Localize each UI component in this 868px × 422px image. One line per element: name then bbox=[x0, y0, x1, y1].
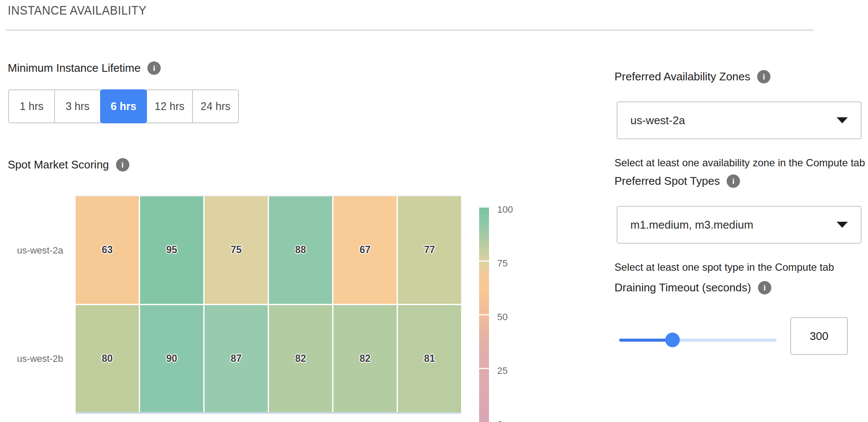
heatmap-cell: 75 bbox=[205, 196, 268, 304]
heatmap-row-label: us-west-2a bbox=[0, 245, 63, 256]
minimum-instance-lifetime-label-text: Minimum Instance Lifetime bbox=[8, 61, 141, 75]
heatmap-cell: 63 bbox=[76, 196, 139, 304]
heatmap-bottom-border bbox=[76, 412, 461, 414]
info-icon[interactable]: i bbox=[757, 70, 770, 83]
chevron-down-icon bbox=[837, 222, 848, 228]
lifetime-option-button[interactable]: 1 hrs bbox=[8, 89, 55, 123]
heatmap-cell: 82 bbox=[269, 305, 332, 413]
info-icon[interactable]: i bbox=[727, 174, 740, 188]
draining-timeout-label-text: Draining Timeout (seconds) bbox=[614, 281, 751, 294]
spot-market-scoring-label: Spot Market Scoring i bbox=[8, 158, 129, 171]
lifetime-option-button[interactable]: 3 hrs bbox=[54, 89, 101, 123]
info-icon[interactable]: i bbox=[116, 158, 129, 171]
heatmap-cell: 95 bbox=[140, 196, 203, 304]
colorbar-tick-label: 0 bbox=[497, 419, 502, 422]
heatmap-cell: 90 bbox=[140, 305, 203, 413]
preferred-availability-zones-label-text: Preferred Availability Zones bbox=[614, 70, 750, 83]
minimum-instance-lifetime-label: Minimum Instance Lifetime i bbox=[8, 61, 161, 75]
heatmap-cell: 87 bbox=[205, 305, 268, 413]
draining-timeout-slider[interactable] bbox=[619, 331, 776, 349]
heatmap: 639575886777809087828281 bbox=[76, 196, 461, 412]
heatmap-cell: 82 bbox=[333, 305, 397, 413]
lifetime-option-button[interactable]: 6 hrs bbox=[100, 89, 147, 123]
preferred-availability-zones-label: Preferred Availability Zones i bbox=[614, 70, 770, 83]
spot-types-dropdown-value: m1.medium, m3.medium bbox=[630, 218, 837, 232]
colorbar bbox=[479, 208, 489, 422]
availability-zones-dropdown-value: us-west-2a bbox=[630, 114, 837, 127]
colorbar-tick-label: 100 bbox=[497, 205, 513, 214]
lifetime-option-button[interactable]: 12 hrs bbox=[146, 89, 193, 123]
slider-fill bbox=[619, 339, 672, 342]
spot-market-scoring-label-text: Spot Market Scoring bbox=[8, 158, 109, 171]
preferred-spot-types-label-text: Preferred Spot Types bbox=[614, 174, 720, 188]
info-icon[interactable]: i bbox=[147, 61, 161, 75]
colorbar-tick bbox=[479, 368, 489, 369]
heatmap-cell: 88 bbox=[269, 196, 332, 304]
chevron-down-icon bbox=[837, 117, 848, 123]
heatmap-cell: 80 bbox=[76, 305, 139, 413]
lifetime-button-group: 1 hrs3 hrs6 hrs12 hrs24 hrs bbox=[8, 89, 239, 123]
colorbar-tick-label: 75 bbox=[497, 258, 507, 268]
colorbar-tick bbox=[479, 314, 489, 315]
lifetime-option-button[interactable]: 24 hrs bbox=[192, 89, 239, 123]
info-icon[interactable]: i bbox=[758, 281, 771, 294]
heatmap-cell: 81 bbox=[398, 305, 461, 413]
section-divider bbox=[6, 30, 814, 31]
slider-thumb[interactable] bbox=[665, 333, 680, 347]
page-title: INSTANCE AVAILABILITY bbox=[8, 3, 147, 18]
heatmap-cell: 67 bbox=[333, 196, 397, 304]
draining-timeout-input[interactable] bbox=[790, 317, 848, 355]
availability-zones-dropdown[interactable]: us-west-2a bbox=[617, 101, 862, 139]
heatmap-cell: 77 bbox=[398, 196, 461, 304]
draining-timeout-label: Draining Timeout (seconds) i bbox=[614, 281, 771, 294]
colorbar-tick-label: 25 bbox=[497, 366, 507, 376]
colorbar-tick bbox=[479, 260, 489, 262]
preferred-spot-types-label: Preferred Spot Types i bbox=[614, 174, 740, 188]
availability-zones-helper-text: Select at least one availability zone in… bbox=[614, 157, 865, 169]
spot-types-dropdown[interactable]: m1.medium, m3.medium bbox=[617, 206, 862, 244]
heatmap-row-label: us-west-2b bbox=[0, 353, 63, 364]
spot-types-helper-text: Select at least one spot type in the Com… bbox=[614, 261, 834, 273]
colorbar-tick-label: 50 bbox=[497, 312, 507, 322]
